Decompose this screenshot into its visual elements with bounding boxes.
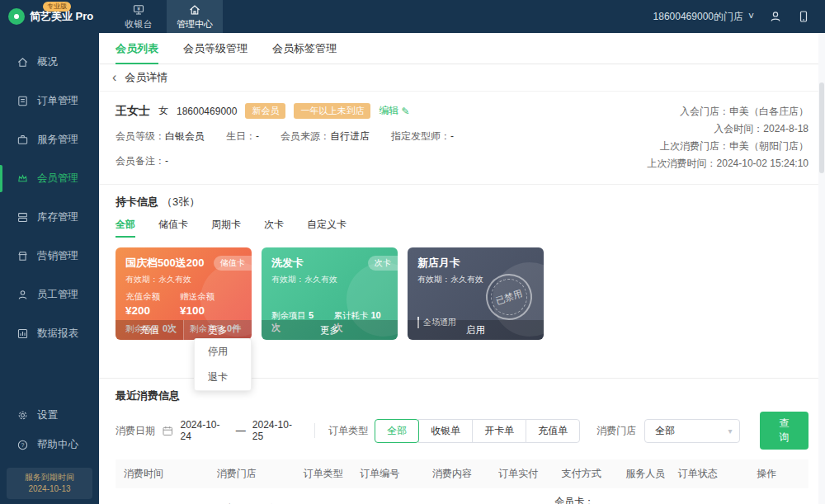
member-name: 王女士 <box>116 104 150 119</box>
card-validity: 有效期：永久有效 <box>125 274 242 285</box>
tab-member-list[interactable]: 会员列表 <box>116 33 158 64</box>
scrollbar-thumb[interactable] <box>819 82 824 173</box>
join-time: 入会时间：2024-8-18 <box>648 120 808 138</box>
menu-item-disable[interactable]: 停用 <box>195 339 251 365</box>
svg-text:¥: ¥ <box>137 5 140 11</box>
chevron-down-icon: ˅ <box>748 11 754 22</box>
cell-pay-method: 会员卡：¥150 现金：¥38 <box>543 488 620 504</box>
sidebar-item-members[interactable]: 会员管理 <box>0 159 99 198</box>
order-type-all[interactable]: 全部 <box>375 419 419 443</box>
recharge-button[interactable]: 充值 <box>116 320 183 340</box>
sidebar-item-settings[interactable]: 设置 <box>0 400 99 430</box>
store-selector[interactable]: 18600469000的门店 ˅ <box>653 10 754 24</box>
last-consume-store: 上次消费门店：申美（朝阳门店） <box>648 138 808 155</box>
member-card-stored-value: 国庆档500送200 储值卡 有效期：永久有效 充值余额 ¥200 赠送余额 ¥… <box>116 247 252 340</box>
sidebar-item-reports[interactable]: 数据报表 <box>0 314 99 353</box>
reports-icon <box>16 327 29 340</box>
nav-admin-center[interactable]: 管理中心 <box>167 0 223 33</box>
sidebar-item-services[interactable]: 服务管理 <box>0 120 99 159</box>
member-stylist-field: 指定发型师：- <box>391 130 454 144</box>
card-tab-stored-value[interactable]: 储值卡 <box>158 218 188 238</box>
member-card-count: 洗发卡 次卡 有效期：永久有效 剩余项目 5次 累计耗卡 10次 指定范围 更多 <box>262 247 398 340</box>
member-info-left: 王女士 女 18600469000 新会员 一年以上未到店 编辑 ✎ 会员等级：… <box>116 103 454 172</box>
orders-icon <box>16 95 29 107</box>
back-icon[interactable]: ‹ <box>112 71 116 84</box>
enable-button[interactable]: 启用 <box>408 320 544 340</box>
svg-text:?: ? <box>21 441 25 447</box>
member-gender: 女 <box>158 104 168 118</box>
store-filter-label: 消费门店 <box>596 424 636 438</box>
app-logo: 简艺美业 Pro 专业版 <box>0 0 99 33</box>
tab-member-levels[interactable]: 会员等级管理 <box>183 33 248 64</box>
store-filter-select[interactable]: 全部 ▾ <box>644 419 739 443</box>
cell-content: 设计师洗吹1203 <box>411 488 493 504</box>
overview-icon <box>16 56 29 68</box>
card-tab-custom[interactable]: 自定义卡 <box>307 218 346 238</box>
app-logo-icon <box>8 8 25 25</box>
scrollbar-track[interactable] <box>818 33 825 504</box>
tab-member-tags[interactable]: 会员标签管理 <box>272 33 337 64</box>
card-more-dropdown: 停用 退卡 <box>194 338 252 391</box>
more-button[interactable]: 更多 <box>183 320 252 340</box>
breadcrumb: ‹ 会员详情 <box>99 64 825 92</box>
sidebar-item-help[interactable]: ? 帮助中心 <box>0 430 99 459</box>
cell-order-type: 收银单 <box>298 488 349 504</box>
sidebar-item-orders[interactable]: 订单管理 <box>0 82 99 120</box>
cell-staff: - <box>620 488 671 504</box>
consumption-table: 消费时间 消费门店 订单类型 订单编号 消费内容 订单实付 支付方式 服务人员 … <box>116 459 808 504</box>
more-button[interactable]: 更多 <box>262 320 398 340</box>
date-from[interactable]: 2024-10-24 <box>181 419 229 442</box>
query-button[interactable]: 查询 <box>760 412 808 450</box>
card-name: 国庆档500送200 <box>125 256 204 271</box>
card-type-tabs: 全部 储值卡 周期卡 次卡 自定义卡 <box>116 218 808 238</box>
cell-store: 申美（白各庄店） <box>209 488 298 504</box>
recharge-balance: 充值余额 ¥200 <box>125 291 160 317</box>
card-tab-count[interactable]: 次卡 <box>264 218 284 238</box>
date-range-picker[interactable]: 2024-10-24 — 2024-10-25 <box>162 419 301 442</box>
order-type-recharge[interactable]: 充值单 <box>526 419 580 443</box>
card-tab-all[interactable]: 全部 <box>116 218 135 238</box>
user-icon[interactable] <box>769 10 782 23</box>
cell-status: 已支付 <box>671 488 725 504</box>
edit-member-button[interactable]: 编辑 ✎ <box>379 104 409 118</box>
member-remark-field: 会员备注：- <box>116 154 454 168</box>
nav-cashier[interactable]: ¥ 收银台 <box>111 0 167 33</box>
home-icon <box>188 3 201 16</box>
inventory-icon <box>16 211 29 224</box>
order-type-open-card[interactable]: 开卡单 <box>472 419 526 443</box>
member-card-monthly: 新店月卡 有效期：永久有效 已禁用 全场通用 启用 <box>408 247 544 340</box>
mobile-icon[interactable] <box>797 10 810 23</box>
sidebar-item-inventory[interactable]: 库存管理 <box>0 198 99 237</box>
last-consume-time: 上次消费时间：2024-10-02 15:24:10 <box>648 155 808 172</box>
services-icon <box>16 134 29 146</box>
member-birthday-field: 生日：- <box>226 130 259 144</box>
card-type-badge: 次卡 <box>368 256 398 271</box>
member-badge-inactive: 一年以上未到店 <box>294 103 370 119</box>
sidebar: 概况 订单管理 服务管理 会员管理 库存管理 营销管理 员工管理 数据报表 <box>0 33 99 504</box>
card-tab-period[interactable]: 周期卡 <box>211 218 241 238</box>
table-row: 2024.10.23 18:54:36 申美（白各庄店） 收银单 2183728… <box>116 488 808 504</box>
cell-time: 2024.10.23 18:54:36 <box>116 488 209 504</box>
order-type-label: 订单类型 <box>328 424 368 438</box>
date-to[interactable]: 2024-10-25 <box>252 419 301 442</box>
service-expiry: 服务到期时间 2024-10-13 <box>7 468 92 499</box>
cards-section-title: 持卡信息（3张） <box>116 195 808 210</box>
select-caret-icon: ▾ <box>728 426 733 436</box>
sidebar-item-staff[interactable]: 员工管理 <box>0 276 99 314</box>
cards-count: （3张） <box>162 195 200 208</box>
calendar-icon <box>162 425 174 437</box>
service-expiry-label: 服务到期时间 <box>10 472 89 483</box>
sidebar-item-overview[interactable]: 概况 <box>0 43 99 82</box>
sidebar-item-marketing[interactable]: 营销管理 <box>0 237 99 276</box>
pencil-icon: ✎ <box>401 106 409 117</box>
order-type-cashier[interactable]: 收银单 <box>418 419 473 443</box>
member-tabs: 会员列表 会员等级管理 会员标签管理 <box>99 33 825 64</box>
table-header-row: 消费时间 消费门店 订单类型 订单编号 消费内容 订单实付 支付方式 服务人员 … <box>116 459 808 488</box>
menu-item-refund-card[interactable]: 退卡 <box>195 365 251 390</box>
cashier-icon: ¥ <box>132 3 145 16</box>
cell-actions: 详情 打印小票 <box>725 488 808 504</box>
page-title: 会员详情 <box>125 70 167 85</box>
join-store: 入会门店：申美（白各庄店） <box>648 103 808 120</box>
top-nav: ¥ 收银台 管理中心 <box>111 0 223 33</box>
service-expiry-date: 2024-10-13 <box>10 483 89 495</box>
